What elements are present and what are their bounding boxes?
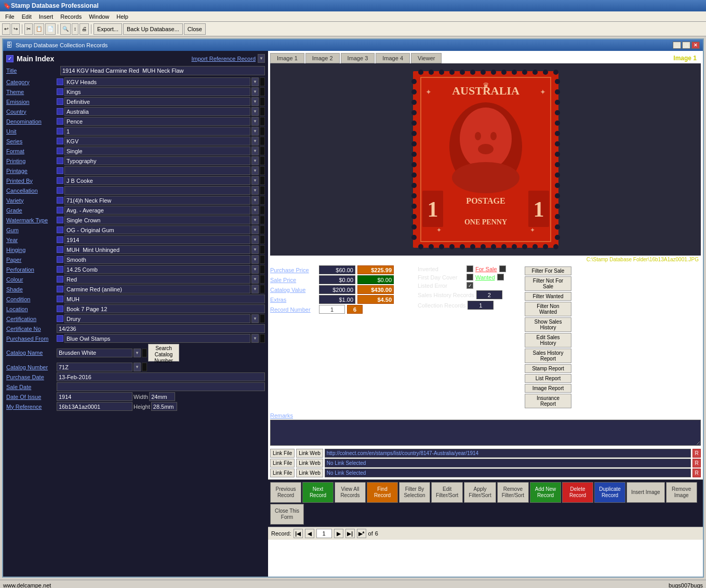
watermark-dropdown[interactable]: ▼ (251, 216, 259, 224)
record-next-btn[interactable]: ▶ (334, 529, 343, 538)
view-all-records-btn[interactable]: View AllRecords (335, 482, 366, 503)
filter-not-for-sale-btn[interactable]: Filter Not For Sale (525, 276, 571, 291)
printing-dropdown[interactable]: ▼ (251, 156, 259, 165)
tab-image4[interactable]: Image 4 (376, 53, 410, 63)
insurance-report-btn[interactable]: Insurance Report (525, 394, 571, 408)
tab-image1[interactable]: Image 1 (270, 53, 304, 63)
link-web-btn-2[interactable]: Link Web (296, 459, 323, 467)
theme-black-sq[interactable] (260, 87, 265, 96)
location-input[interactable] (64, 304, 265, 313)
grade-dropdown[interactable]: ▼ (251, 206, 259, 215)
printing-checkbox[interactable] (57, 157, 63, 164)
printage-black-sq[interactable] (260, 166, 265, 175)
colour-checkbox[interactable] (57, 276, 63, 283)
category-dropdown[interactable]: ▼ (251, 77, 259, 86)
cancellation-checkbox[interactable] (57, 187, 63, 194)
hinging-checkbox[interactable] (57, 246, 63, 253)
variety-dropdown[interactable]: ▼ (251, 196, 259, 205)
tab-viewer[interactable]: Viewer (411, 53, 442, 63)
catalog-number-input[interactable] (57, 363, 132, 371)
first-day-cover-checkbox[interactable] (467, 274, 473, 280)
toolbar-cut[interactable]: ✂ (24, 23, 33, 35)
close-window-button[interactable]: ✕ (691, 42, 700, 49)
link-input-3[interactable] (325, 469, 691, 477)
certification-label[interactable]: Certification (6, 316, 56, 322)
link-input-1[interactable] (325, 449, 691, 458)
paper-input[interactable] (64, 255, 250, 264)
country-label[interactable]: Country (6, 109, 56, 115)
certificate-no-input[interactable] (57, 324, 265, 333)
purchase-price-right[interactable] (357, 265, 394, 274)
colour-label[interactable]: Colour (6, 276, 56, 283)
denomination-input[interactable] (64, 117, 250, 126)
year-black-sq[interactable] (260, 235, 265, 244)
printed-by-black-sq[interactable] (260, 176, 265, 185)
theme-dropdown[interactable]: ▼ (251, 87, 259, 96)
grade-label[interactable]: Grade (6, 207, 56, 213)
format-black-sq[interactable] (260, 146, 265, 155)
shade-label[interactable]: Shade (6, 286, 56, 292)
format-dropdown[interactable]: ▼ (251, 146, 259, 155)
record-number-right[interactable] (347, 305, 363, 314)
emission-input[interactable] (64, 97, 250, 106)
sales-history-report-btn[interactable]: Sales History Report (525, 349, 571, 363)
my-reference-input[interactable] (57, 402, 132, 411)
colour-dropdown[interactable]: ▼ (251, 275, 259, 284)
previous-record-btn[interactable]: PreviousRecord (270, 482, 301, 503)
catalog-value-label[interactable]: Catalog Value (270, 287, 317, 293)
catalog-value-left[interactable] (319, 285, 355, 294)
perforation-input[interactable] (64, 265, 250, 274)
shade-black-sq[interactable] (260, 285, 265, 293)
perforation-dropdown[interactable]: ▼ (251, 265, 259, 274)
variety-input[interactable] (64, 196, 250, 205)
category-input[interactable] (64, 77, 250, 86)
purchased-from-checkbox[interactable] (57, 335, 63, 342)
purchase-date-label[interactable]: Purchase Date (6, 374, 56, 380)
my-reference-label[interactable]: My Reference (6, 404, 56, 410)
show-sales-history-btn[interactable]: Show Sales History (525, 317, 571, 332)
catalog-value-right[interactable] (357, 285, 394, 294)
series-black-sq[interactable] (260, 137, 265, 145)
remove-filter-sort-btn[interactable]: RemoveFilter/Sort (497, 482, 529, 503)
listed-error-checkbox[interactable]: ✓ (467, 282, 473, 289)
emission-checkbox[interactable] (57, 98, 63, 105)
grade-input[interactable] (64, 206, 250, 215)
tab-image2[interactable]: Image 2 (305, 53, 340, 63)
link-file-btn-1[interactable]: Link File (270, 449, 295, 458)
purchase-price-left[interactable] (319, 265, 355, 274)
series-dropdown[interactable]: ▼ (251, 137, 259, 145)
extras-label[interactable]: Extras (270, 297, 317, 303)
for-sale-label[interactable]: For Sale (475, 266, 497, 272)
gum-black-sq[interactable] (260, 225, 265, 234)
format-checkbox[interactable] (57, 148, 63, 154)
year-input[interactable] (64, 235, 250, 244)
printage-input[interactable] (64, 166, 250, 175)
record-number-left[interactable] (319, 305, 345, 314)
unit-input[interactable] (64, 127, 250, 136)
printing-input[interactable] (64, 156, 250, 165)
sale-price-right[interactable] (357, 275, 394, 284)
purchase-price-label[interactable]: Purchase Price (270, 267, 317, 273)
colour-black-sq[interactable] (260, 275, 265, 284)
wanted-checkbox[interactable] (497, 274, 504, 280)
grade-black-sq[interactable] (260, 206, 265, 215)
list-report-btn[interactable]: List Report (525, 374, 571, 383)
link-file-btn-3[interactable]: Link File (270, 469, 295, 477)
location-checkbox[interactable] (57, 305, 63, 312)
purchased-from-label[interactable]: Purchased From (6, 336, 56, 342)
printage-checkbox[interactable] (57, 167, 63, 174)
variety-label[interactable]: Variety (6, 197, 56, 204)
remarks-label[interactable]: Remarks (270, 412, 293, 419)
filter-wanted-btn[interactable]: Filter Wanted (525, 292, 571, 301)
location-label[interactable]: Location (6, 306, 56, 312)
duplicate-record-btn[interactable]: DuplicateRecord (594, 482, 625, 503)
toolbar-sort[interactable]: ↕ (72, 23, 78, 35)
cancellation-label[interactable]: Cancellation (6, 188, 56, 194)
shade-checkbox[interactable] (57, 286, 63, 292)
filter-for-sale-btn[interactable]: Filter For Sale (525, 266, 571, 275)
catalog-number-dropdown[interactable]: ▼ (134, 363, 141, 371)
apply-filter-sort-btn[interactable]: ApplyFilter/Sort (464, 482, 496, 503)
menu-insert[interactable]: Insert (36, 13, 57, 20)
country-dropdown[interactable]: ▼ (251, 107, 259, 116)
printed-by-label[interactable]: Printed By (6, 178, 56, 184)
